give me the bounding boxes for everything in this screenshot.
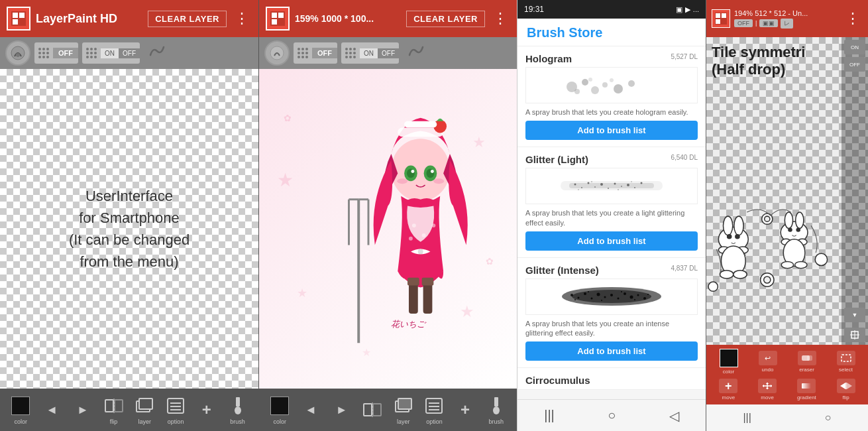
svg-text:★: ★ [460,303,474,320]
svg-point-107 [643,297,646,300]
glitter-intense-add-brush-button[interactable]: Add to brush list [525,341,698,361]
svg-point-88 [634,187,635,188]
home-circle-button[interactable]: ○ [608,408,616,423]
color-swatch [11,397,30,415]
panel2-option-button[interactable]: option [423,395,445,425]
panel4-drawing-canvas[interactable]: Tile symmetri (Half drop) [706,37,868,345]
panel4-undo-icon: ↩ [759,351,777,365]
panel4-menu-dots[interactable]: ⋮ [843,10,863,27]
svg-point-112 [634,299,635,300]
panel4-plus-button[interactable]: + move [719,379,737,400]
svg-point-75 [588,78,592,82]
svg-point-108 [574,299,576,300]
svg-rect-55 [404,121,437,128]
panel4-home-nav[interactable]: ||| [743,412,751,424]
brush-selector-icon[interactable] [5,40,30,66]
svg-rect-116 [722,13,726,18]
svg-point-101 [604,296,606,298]
panel2-brush-selector[interactable] [264,40,290,66]
svg-point-127 [733,270,747,278]
panel4-toggle-off[interactable]: OFF [734,19,753,27]
svg-point-142 [765,216,770,221]
ink-off-label: OFF [119,48,140,58]
panel4-move-label: move [761,395,774,400]
panel2-off2-label: OFF [378,48,399,58]
panel4-gradient-button[interactable]: gradient [797,379,816,400]
svg-text:✿: ✿ [284,113,292,123]
panel2-brush-button[interactable]: brush [486,395,507,425]
color-button[interactable]: color [10,395,31,425]
panel4-undo-button[interactable]: ↩ undo [759,351,777,373]
hologram-add-brush-button[interactable]: Add to brush list [525,121,698,140]
glitter-light-add-brush-button[interactable]: Add to brush list [525,231,698,251]
svg-point-38 [404,166,417,182]
back-nav-button[interactable]: ◁ [669,408,679,424]
panel4-color-button[interactable]: color [720,349,738,375]
panel2-add-button[interactable] [455,399,476,420]
panel4-gradient-icon [797,379,816,393]
panel4-eraser-button[interactable]: eraser [798,351,816,373]
svg-rect-3 [13,19,18,25]
layer-button[interactable]: layer [134,395,155,425]
panel2-menu-dots-icon[interactable]: ⋮ [490,10,510,27]
ink-toggle[interactable]: ON OFF [82,42,140,64]
flip-button[interactable]: flip [103,395,125,425]
panel4-flip-button[interactable]: flip [837,379,855,400]
panel4-plus-label: move [722,395,735,400]
svg-point-99 [591,297,593,299]
svg-point-137 [795,261,807,268]
option-button[interactable]: option [165,395,186,425]
undo-button[interactable] [41,399,62,420]
panel2-stabilizer-toggle[interactable]: OFF [294,42,337,64]
cirrocumulus-brush-name: Cirrocumulus [525,375,590,386]
panel4-circle-nav[interactable]: ○ [825,412,832,424]
panel2-clear-layer-button[interactable]: CLEAR LAYER [406,11,485,27]
svg-text:★: ★ [472,134,486,151]
battery-icon: ▣ [676,5,682,14]
panel2-ink-toggle[interactable]: ON OFF [341,42,399,64]
svg-rect-57 [364,404,372,416]
brush-button[interactable]: brush [227,395,248,425]
brush-item-glitter-intense: Glitter (Intense) 4,837 DL [517,258,706,369]
panel4-sidebar-btn-2[interactable]: OFF [844,57,865,72]
panel1-drawing-canvas[interactable]: UserInterfacefor Smartphone(It can be ch… [0,69,258,389]
brush-store-list: Hologram 5,527 DL A spray brush that let… [517,46,706,399]
panel2-layer-button[interactable]: layer [393,395,414,425]
panel4-toolbar-row2: + move move [706,377,868,404]
svg-point-47 [422,233,426,237]
panel2-ink-dots [341,45,360,61]
menu-dots-icon[interactable]: ⋮ [232,10,252,27]
svg-point-143 [764,277,771,283]
redo-button[interactable] [72,399,93,420]
add-button[interactable] [196,399,217,420]
panel4-toggle-jp[interactable]: レ [781,19,793,29]
svg-rect-54 [422,278,434,286]
glitter-intense-brush-desc: A spray brush that lets you create an in… [525,319,698,338]
svg-point-35 [391,139,450,201]
panel2-color-button[interactable]: color [269,395,290,425]
svg-point-39 [424,166,437,182]
glitter-light-dl-count: 6,540 DL [671,154,698,161]
hologram-brush-name: Hologram [525,53,572,64]
panel4-select-button[interactable]: select [837,351,855,373]
panel4-move-button[interactable]: move [758,379,777,400]
panel3-nav-footer: ||| ○ ◁ [517,399,706,431]
panel2-undo-button[interactable] [300,399,321,420]
layer-label: layer [138,418,152,425]
panel2-drawing-canvas[interactable]: ★ ★ ★ ★ ★ ✿ ✿ [259,69,517,389]
panel2-redo-button[interactable] [331,399,353,420]
panel2-flip-button[interactable] [362,399,383,420]
panel2-layer-label: layer [397,418,410,425]
ink-dots [82,45,101,61]
panel4-sidebar-btn-1[interactable]: ON [844,40,865,54]
clear-layer-button[interactable]: CLEAR LAYER [148,11,227,27]
glitter-intense-preview [525,278,698,315]
home-nav-button[interactable]: ||| [544,408,555,423]
status-time: 19:31 [524,5,544,14]
panel4-toggle-icons[interactable]: ▣▣ [759,19,778,27]
panel-4: 194% 512 * 512 - Un... OFF | ▣▣ レ ⋮ Tile… [706,0,868,431]
panel1-toolbar: OFF ON OFF [0,37,258,69]
panel4-sidebar-btn-down[interactable]: ▼ [844,308,865,322]
panel4-sidebar-btn-3[interactable] [844,328,865,342]
stabilizer-toggle[interactable]: OFF [34,42,78,64]
